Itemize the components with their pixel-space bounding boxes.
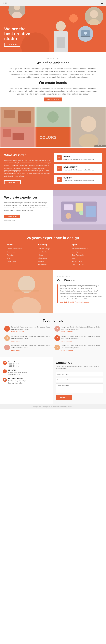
experience-section: We create experiences Ut tellus elementu… xyxy=(0,190,106,230)
contact-name-input[interactable] xyxy=(56,372,103,376)
content-item-5: Social Media xyxy=(6,260,35,263)
testimonial-name-1: STELLA LARSON xyxy=(11,331,52,332)
header: logo xyxy=(0,0,106,6)
testimonial-content-6: Sample text. Click to select the text bo… xyxy=(61,344,102,351)
menu-icon[interactable] xyxy=(101,2,103,4)
testimonial-avatar-1: S xyxy=(4,326,10,332)
svg-rect-16 xyxy=(18,111,31,122)
digital-item-5: Mobile Design xyxy=(71,260,100,263)
phone-icon: ☎ xyxy=(3,361,7,365)
experience-learn-more-button[interactable]: LEARN MORE xyxy=(4,214,20,218)
testimonial-content-3: Sample text. Click to select the text bo… xyxy=(11,335,52,342)
gallery-item-3: Image from Freepik xyxy=(71,107,106,147)
gallery-item-4 xyxy=(0,128,35,147)
contact-call-content: CALL US +1 234 567 89 00+1 234 567 89 11 xyxy=(8,361,19,367)
support-icon: ◎ xyxy=(57,177,62,182)
contact-form-title: Contact Us xyxy=(56,361,103,364)
testimonials-title: Testimonials xyxy=(4,318,102,322)
testimonial-item-4: P Sample text. Click to select the text … xyxy=(54,335,102,342)
offer-card-support-content: SUPPORT Sample text. Click to select the… xyxy=(63,177,94,182)
svg-rect-31 xyxy=(76,203,83,212)
years-branding-col: Branding Identity Design Art Direction P… xyxy=(38,244,68,266)
hours-title: BUSINESS HOURS xyxy=(8,378,26,380)
svg-point-20 xyxy=(81,116,96,132)
content-item-4: Link xyxy=(6,256,35,260)
contact-email-input[interactable] xyxy=(56,378,103,382)
mission-quote-author: Amy Hall, Brand & Planning Director xyxy=(60,302,102,303)
hours-text: Monday–Friday: 9am to 5pmSaturday: 11am … xyxy=(8,380,26,384)
footer-note: Sample text. Click again or double click… xyxy=(0,404,106,409)
testimonial-text-3: Sample text. Click to select the text bo… xyxy=(11,335,52,340)
svg-point-34 xyxy=(79,211,83,215)
gallery-item-5: COLORS xyxy=(36,128,70,147)
gallery-item-1 xyxy=(0,107,35,127)
years-title: 25 years experience in design xyxy=(6,236,100,240)
branding-item-1: Identity Design xyxy=(38,247,68,250)
testimonial-item-5: L Sample text. Click to select the text … xyxy=(4,344,52,351)
contact-info: ☎ CALL US +1 234 567 89 00+1 234 567 89 … xyxy=(0,357,53,404)
mission-title: Our Mission xyxy=(57,278,102,282)
testimonial-avatar-4: P xyxy=(54,335,60,341)
testimonial-content-4: Sample text. Click to select the text bo… xyxy=(61,335,102,342)
offer-cards: ✏ DESIGN Sample text. Click to select th… xyxy=(54,154,102,184)
mission-label: Our Misson xyxy=(57,276,102,278)
mission-quote-text: By taking the time to develop a genuine … xyxy=(60,284,102,300)
define-ambitions-title: We define ambitions xyxy=(9,61,97,65)
testimonial-item-2: M Sample text. Click to select the text … xyxy=(54,326,102,332)
testimonial-text-6: Sample text. Click to select the text bo… xyxy=(61,344,102,349)
svg-rect-23 xyxy=(3,129,11,137)
location-icon: 📍 xyxy=(3,370,7,373)
what-we-do-learn-more-button[interactable]: LEARN MORE xyxy=(44,98,62,102)
contact-section: ☎ CALL US +1 234 567 89 00+1 234 567 89 … xyxy=(0,357,106,404)
svg-point-18 xyxy=(47,111,59,122)
branding-item-4: Packaging xyxy=(38,256,68,260)
clock-icon: 🕐 xyxy=(3,378,7,382)
offer-learn-more-button[interactable]: LEARN MORE xyxy=(4,180,21,184)
years-digital-col: Digital Information Architecture User Ex… xyxy=(71,244,100,266)
gallery-section: Image from Freepik COLORS xyxy=(0,107,106,148)
design-icon: ✏ xyxy=(57,155,62,160)
location-title: LOCATION xyxy=(8,370,27,371)
contact-hours-item: 🕐 BUSINESS HOURS Monday–Friday: 9am to 5… xyxy=(3,378,50,384)
svg-point-4 xyxy=(90,10,98,18)
testimonial-name-4: PAUL JOHNSON xyxy=(61,340,102,342)
digital-list: Information Architecture User Experience… xyxy=(71,247,100,266)
hero-title: We are the best creative studio xyxy=(4,26,35,41)
contact-message-input[interactable] xyxy=(56,384,103,393)
support-title: SUPPORT xyxy=(63,177,94,179)
testimonial-content-1: Sample text. Click to select the text bo… xyxy=(11,326,52,332)
testimonial-text-1: Sample text. Click to select the text bo… xyxy=(11,326,52,330)
svg-rect-32 xyxy=(86,206,96,217)
development-icon: ⚙ xyxy=(57,166,62,171)
testimonial-name-3: ELEN BRIONE xyxy=(11,340,52,342)
contact-location-item: 📍 LOCATION Address: 1234 Street AddressC… xyxy=(3,370,50,376)
content-item-2: Copywriting xyxy=(6,250,35,254)
testimonial-item-3: E Sample text. Click to select the text … xyxy=(4,335,52,342)
offer-section: What We Offer Dummy text for the section… xyxy=(0,148,106,190)
svg-rect-8 xyxy=(80,36,90,37)
design-title: DESIGN xyxy=(63,155,94,158)
testimonial-name-6: NICK JOHNSON xyxy=(61,350,102,351)
offer-left: What We Offer Dummy text for the section… xyxy=(4,154,52,184)
branding-list: Identity Design Art Direction Print Pack… xyxy=(38,247,68,266)
testimonials-section: Testimonials S Sample text. Click to sel… xyxy=(0,313,106,357)
experience-left: We create experiences Ut tellus elementu… xyxy=(0,190,53,230)
contact-submit-button[interactable]: SUBMIT xyxy=(56,395,72,400)
offer-card-support: ◎ SUPPORT Sample text. Click to select t… xyxy=(54,175,102,184)
svg-text:COLORS: COLORS xyxy=(40,135,57,140)
what-we-do-section: WHAT WE DO We define ambitions Lorem ips… xyxy=(0,52,106,107)
content-col-title: Content xyxy=(6,244,35,246)
hero-learn-more-button[interactable]: LEARN MORE xyxy=(4,43,20,46)
digital-col-title: Digital xyxy=(71,244,100,246)
testimonial-avatar-3: E xyxy=(4,335,10,341)
hero-person-3 xyxy=(78,26,93,42)
contact-location-content: LOCATION Address: 1234 Street AddressCit… xyxy=(8,370,27,376)
years-content-col: Content Content Development Copywriting … xyxy=(6,244,35,266)
development-text: Sample text. Click to select the Text El… xyxy=(63,169,94,171)
mission-quote: By taking the time to develop a genuine … xyxy=(57,284,102,303)
testimonial-item-6: D Sample text. Click to select the text … xyxy=(54,344,102,351)
hero-man-figure xyxy=(49,18,72,52)
svg-rect-13 xyxy=(57,37,65,48)
testimonial-avatar-6: D xyxy=(54,344,60,350)
branding-item-6: Campaigns xyxy=(38,263,68,266)
